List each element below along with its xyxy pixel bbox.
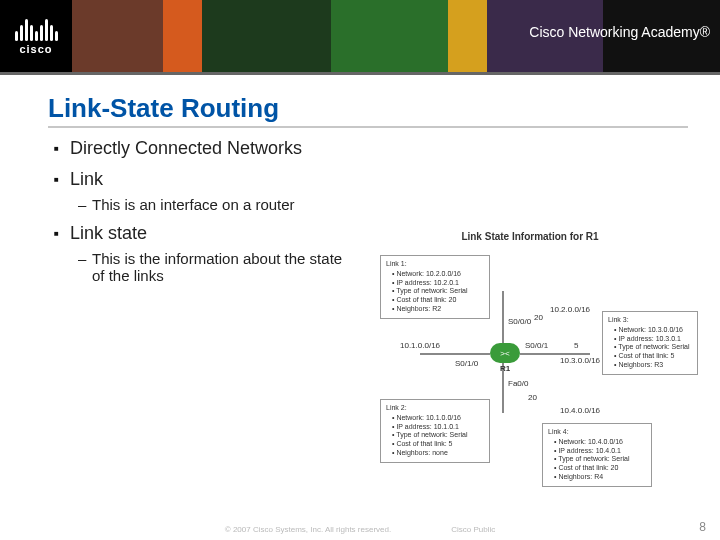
cisco-logo-text: cisco — [19, 43, 52, 55]
net-label: 10.4.0.0/16 — [560, 406, 600, 415]
link-info-box-4: Link 4: Network: 10.4.0.0/16 IP address:… — [542, 423, 652, 487]
bullet-subitem: This is the information about the state … — [78, 250, 348, 284]
footer-audience: Cisco Public — [451, 525, 495, 534]
iface-label: S0/1/0 — [455, 359, 478, 368]
router-label: R1 — [500, 364, 510, 373]
link-line — [420, 353, 490, 355]
link-info-item: Neighbors: R2 — [392, 305, 484, 314]
bullet-item: Link — [54, 169, 348, 190]
net-label: 10.2.0.0/16 — [550, 305, 590, 314]
link-info-item: Network: 10.1.0.0/16 — [392, 414, 484, 423]
cisco-logo-bars-icon — [15, 17, 58, 41]
link-info-item: Network: 10.3.0.0/16 — [614, 326, 692, 335]
academy-label: Cisco Networking Academy® — [529, 24, 710, 40]
bullet-item: Directly Connected Networks — [54, 138, 348, 159]
link-line — [502, 291, 504, 343]
cost-label: 20 — [528, 393, 537, 402]
link-info-item: Neighbors: R3 — [614, 361, 692, 370]
bullet-text: Directly Connected Networks — [70, 138, 302, 158]
link-info-item: IP address: 10.4.0.1 — [554, 447, 646, 456]
header-bar: cisco Cisco Networking Academy® — [0, 0, 720, 72]
link-info-item: Type of network: Serial — [392, 287, 484, 296]
link-info-item: IP address: 10.3.0.1 — [614, 335, 692, 344]
link-info-item: Cost of that link: 20 — [392, 296, 484, 305]
footer-copyright: © 2007 Cisco Systems, Inc. All rights re… — [225, 525, 391, 534]
link-info-item: Type of network: Serial — [614, 343, 692, 352]
link-info-item: Neighbors: R4 — [554, 473, 646, 482]
bullet-subitem: This is an interface on a router — [78, 196, 348, 213]
iface-label: Fa0/0 — [508, 379, 528, 388]
slide-content: Link-State Routing Directly Connected Ne… — [0, 75, 720, 284]
link-info-item: Network: 10.4.0.0/16 — [554, 438, 646, 447]
cost-label: 5 — [574, 341, 578, 350]
link-info-item: Cost of that link: 20 — [554, 464, 646, 473]
link-line — [520, 353, 590, 355]
cost-label: 20 — [534, 313, 543, 322]
link-info-head: Link 4: — [548, 428, 646, 437]
link-info-item: IP address: 10.2.0.1 — [392, 279, 484, 288]
diagram-title: Link State Information for R1 — [360, 231, 700, 242]
page-number: 8 — [699, 520, 706, 534]
net-label: 10.1.0.0/16 — [400, 341, 440, 350]
linkstate-diagram: Link State Information for R1 >< R1 10.1… — [360, 231, 700, 511]
bullet-text: This is an interface on a router — [92, 196, 295, 213]
link-info-box-2: Link 2: Network: 10.1.0.0/16 IP address:… — [380, 399, 490, 463]
bullet-list: Directly Connected Networks Link This is… — [48, 138, 348, 284]
link-info-box-3: Link 3: Network: 10.3.0.0/16 IP address:… — [602, 311, 698, 375]
slide-title: Link-State Routing — [48, 93, 688, 128]
iface-label: S0/0/0 — [508, 317, 531, 326]
link-info-head: Link 3: — [608, 316, 692, 325]
link-info-box-1: Link 1: Network: 10.2.0.0/16 IP address:… — [380, 255, 490, 319]
link-info-item: Type of network: Serial — [554, 455, 646, 464]
bullet-text: Link — [70, 169, 103, 189]
link-info-head: Link 1: — [386, 260, 484, 269]
net-label: 10.3.0.0/16 — [560, 356, 600, 365]
link-info-head: Link 2: — [386, 404, 484, 413]
link-info-item: Type of network: Serial — [392, 431, 484, 440]
link-info-item: IP address: 10.1.0.1 — [392, 423, 484, 432]
router-icon: >< R1 — [490, 343, 520, 363]
bullet-text: This is the information about the state … — [92, 250, 342, 284]
link-info-item: Cost of that link: 5 — [392, 440, 484, 449]
cisco-logo: cisco — [0, 0, 72, 72]
link-info-item: Network: 10.2.0.0/16 — [392, 270, 484, 279]
bullet-text: Link state — [70, 223, 147, 243]
bullet-item: Link state — [54, 223, 348, 244]
footer: © 2007 Cisco Systems, Inc. All rights re… — [0, 525, 720, 534]
link-info-item: Neighbors: none — [392, 449, 484, 458]
link-info-item: Cost of that link: 5 — [614, 352, 692, 361]
iface-label: S0/0/1 — [525, 341, 548, 350]
